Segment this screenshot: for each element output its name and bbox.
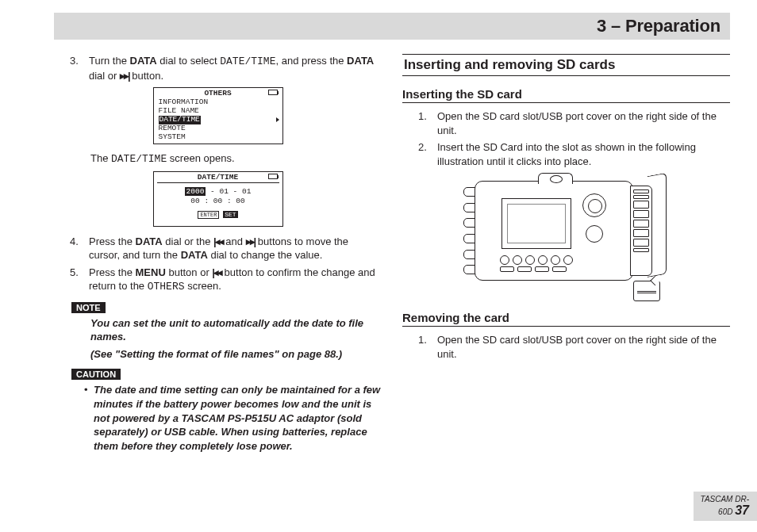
remove-step-1: 1. Open the SD card slot/USB port cover … [402, 333, 730, 361]
dial-icon [582, 193, 606, 217]
caution-label: CAUTION [71, 369, 121, 380]
device-screen-icon [501, 198, 571, 249]
note-label: NOTE [71, 302, 106, 313]
subsection-heading: Removing the card [402, 311, 730, 327]
sd-card-icon [633, 281, 660, 301]
shoe-mount-icon [538, 173, 573, 184]
step-3: 3. Turn the DATA dial to select DATE/TIM… [54, 54, 382, 82]
chapter-title: 3 – Preparation [597, 16, 720, 36]
triangle-right-icon [276, 117, 279, 122]
page-footer: TASCAM DR-60D 37 [694, 492, 757, 521]
insert-step-1: 1. Open the SD card slot/USB port cover … [402, 109, 730, 137]
section-heading: Inserting and removing SD cards [402, 54, 730, 76]
rewind-icon: |◂◂ [212, 266, 221, 278]
insert-step-2: 2. Insert the SD Card into the slot as s… [402, 140, 730, 168]
rewind-icon: |◂◂ [213, 235, 223, 247]
dial-icon [586, 225, 603, 243]
note-text-2: (See "Setting the format of file names" … [54, 347, 382, 362]
forward-icon: ▸▸| [246, 235, 256, 247]
lcd-others-menu: OTHERS INFORMATION FILE NAME DATE/TIME R… [153, 87, 283, 144]
lcd-datetime-screen: DATE/TIME 2000 - 01 - 01 00 : 00 : 00 EN… [153, 171, 283, 227]
cover-flap-icon [647, 173, 667, 277]
battery-icon [268, 90, 278, 95]
caution-text: • The date and time setting can only be … [54, 383, 382, 453]
battery-icon [268, 174, 278, 179]
note-text: You can set the unit to automatically ad… [54, 316, 382, 344]
subsection-heading: Inserting the SD card [402, 87, 730, 103]
step-5: 5. Press the MENU button or |◂◂ button t… [54, 266, 382, 294]
chapter-header: 3 – Preparation [54, 13, 730, 40]
right-column: Inserting and removing SD cards Insertin… [402, 54, 730, 453]
device-illustration [463, 174, 670, 300]
step-4: 4. Press the DATA dial or the |◂◂ and ▸▸… [54, 235, 382, 262]
forward-icon: ▸▸| [120, 70, 129, 82]
lcd-caption: The DATE/TIME screen opens. [54, 152, 382, 165]
left-column: 3. Turn the DATA dial to select DATE/TIM… [54, 54, 382, 453]
